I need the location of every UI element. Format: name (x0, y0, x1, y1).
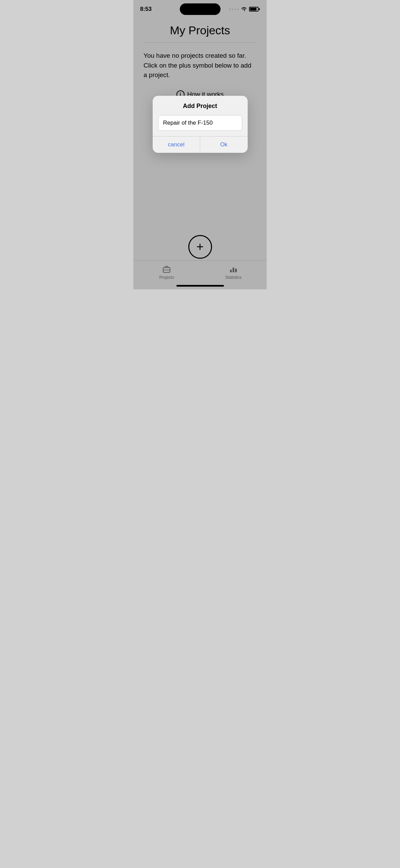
project-name-input[interactable] (158, 115, 242, 131)
add-project-dialog: Add Project cancel Ok (153, 96, 248, 153)
dialog-ok-button[interactable]: Ok (200, 137, 248, 153)
dialog-overlay: Add Project cancel Ok (133, 0, 267, 289)
dialog-cancel-button[interactable]: cancel (153, 137, 200, 153)
dialog-title: Add Project (153, 96, 248, 115)
dialog-input-container (153, 115, 248, 131)
dialog-buttons: cancel Ok (153, 136, 248, 153)
